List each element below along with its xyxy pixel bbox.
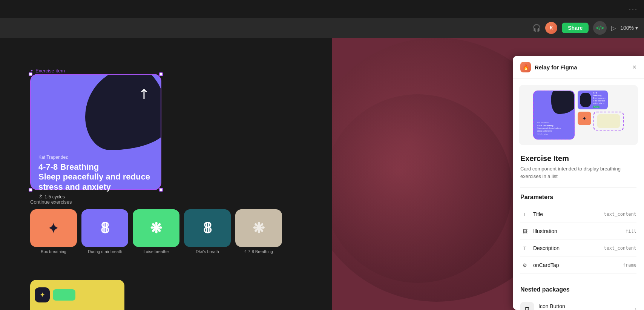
list-item[interactable]: 𝟠 Dkri's breath: [184, 209, 231, 254]
preview-small-card: 4-7-8 Breathing Short summary of the exe…: [578, 91, 608, 109]
star-badge: ✦: [35, 287, 50, 302]
headphone-icon[interactable]: 🎧: [532, 24, 541, 32]
green-badge: [53, 289, 75, 301]
more-options-icon[interactable]: ···: [629, 5, 638, 13]
mini-card-label-5: 4-7-8 Breathing: [244, 249, 273, 254]
mini-card-label-2: During d.air breatli: [88, 249, 122, 254]
preview-small-text: 4-7-8 Breathing Short summary of the exe…: [593, 92, 606, 109]
exercise-card[interactable]: ↗ Kat Trapendez 4-7-8 Breathing Sleep pe…: [30, 74, 161, 190]
text-type-icon-1: T: [520, 210, 529, 219]
text-type-icon-2: T: [520, 244, 529, 253]
parameters-section: Parameters T Title text_content 🖼 Illust…: [513, 188, 644, 280]
relay-logo: 🔥: [520, 62, 531, 72]
card-illustration: ↗: [31, 75, 161, 150]
preview-dashed-inner: [597, 114, 620, 128]
param-row-title: T Title text_content: [520, 206, 636, 223]
continue-section: Continue exercises ✦ Box breathing 𝟠 Dur…: [30, 199, 282, 254]
preview-card-text: Kat Trapendez 4-7-8 Breathing Sleep peac…: [537, 121, 561, 136]
handle-top-right: [159, 72, 163, 76]
mini-card-label-3: Loise breathe: [144, 249, 169, 254]
preview-blob: [551, 91, 575, 114]
component-info: Exercise Item Card component intended to…: [513, 151, 644, 187]
param-name-illustration: Illustration: [533, 228, 626, 234]
continue-label: Continue exercises: [30, 199, 282, 205]
list-item[interactable]: ❋ Loise breathe: [133, 209, 179, 254]
mini-card-image-1: ✦: [30, 209, 77, 247]
component-preview: Kat Trapendez 4-7-8 Breathing Sleep peac…: [519, 85, 638, 145]
avatar[interactable]: K: [545, 22, 557, 34]
nested-packages-section: Nested packages ⊡ Icon Button 3 paramete…: [513, 280, 644, 310]
relay-panel: 🔥 Relay for Figma × Kat Trapendez 4-7-8 …: [513, 56, 644, 310]
mini-card-image-2: 𝟠: [81, 209, 128, 247]
mini-card-label-4: Dkri's breath: [196, 249, 219, 254]
top-bar: ···: [0, 0, 644, 18]
preview-dashed-card: [593, 112, 624, 130]
param-value-title: text_content: [604, 212, 636, 217]
component-description: Card component intended to display breat…: [520, 165, 636, 180]
param-value-description: text_content: [604, 246, 636, 251]
close-panel-button[interactable]: ×: [632, 63, 636, 71]
action-type-icon: ⚙: [520, 261, 529, 270]
preview-main-card: Kat Trapendez 4-7-8 Breathing Sleep peac…: [533, 91, 575, 140]
nested-item-icon-button[interactable]: ⊡ Icon Button 3 parameters ›: [520, 298, 636, 310]
param-row-description: T Description text_content: [520, 240, 636, 257]
zoom-control[interactable]: 100% ▾: [620, 25, 638, 31]
nested-item-name: Icon Button: [538, 303, 635, 309]
exercise-list: ✦ Box breathing 𝟠 During d.air breatli ❋…: [30, 209, 282, 254]
preview-star-card: ✦: [578, 112, 591, 125]
chevron-right-icon: ›: [635, 305, 636, 310]
preview-right-column: 4-7-8 Breathing Short summary of the exe…: [578, 91, 624, 130]
nested-packages-title: Nested packages: [520, 286, 636, 293]
play-button[interactable]: ▷: [611, 25, 616, 32]
preview-inner: Kat Trapendez 4-7-8 Breathing Sleep peac…: [529, 86, 628, 144]
relay-title-row: 🔥 Relay for Figma: [520, 62, 577, 72]
param-value-ontap: frame: [623, 262, 636, 268]
canvas-area: Exercise item ↗ Kat Trapendez 4-7-8 Brea…: [0, 38, 332, 310]
handle-top-left: [29, 72, 32, 76]
bottom-partial-card[interactable]: ✦: [30, 280, 124, 310]
param-name-ontap: onCardTap: [533, 262, 623, 268]
component-name: Exercise Item: [520, 154, 636, 163]
preview-bottom-row: ✦: [578, 112, 624, 130]
mini-card-image-3: ❋: [133, 209, 179, 247]
param-name-title: Title: [533, 211, 604, 217]
parameters-title: Parameters: [520, 194, 636, 201]
param-row-illustration: 🖼 Illustration fill: [520, 223, 636, 240]
image-type-icon: 🖼: [520, 227, 529, 236]
relay-panel-title: Relay for Figma: [535, 64, 577, 71]
param-row-ontap: ⚙ onCardTap frame: [520, 257, 636, 274]
preview-mini-blob: [580, 93, 591, 107]
toolbar: 🎧 K Share </> ▷ 100% ▾: [0, 18, 644, 38]
handle-bottom-right: [159, 188, 163, 192]
share-button[interactable]: Share: [562, 23, 589, 33]
blob-decoration: [85, 75, 161, 150]
param-value-illustration: fill: [626, 229, 636, 234]
list-item[interactable]: 𝟠 During d.air breatli: [81, 209, 128, 254]
list-item[interactable]: ❋ 4-7-8 Breathing: [235, 209, 282, 254]
card-content: Kat Trapendez 4-7-8 Breathing Sleep peac…: [31, 150, 161, 206]
nested-icon-box: ⊡: [520, 302, 534, 310]
mini-card-image-4: 𝟠: [184, 209, 231, 247]
relay-panel-header: 🔥 Relay for Figma ×: [513, 56, 644, 79]
handle-bottom-left: [29, 188, 32, 192]
exercise-label: Exercise item: [30, 68, 65, 74]
param-name-description: Description: [533, 245, 604, 251]
card-author: Kat Trapendez: [38, 155, 153, 160]
card-title: 4-7-8 Breathing Sleep peacefully and red…: [38, 162, 153, 192]
mini-card-label-1: Box breathing: [41, 249, 66, 254]
code-editor-button[interactable]: </>: [593, 21, 607, 35]
nested-info: Icon Button 3 parameters: [538, 303, 635, 310]
list-item[interactable]: ✦ Box breathing: [30, 209, 77, 254]
bg-sphere-2: [324, 94, 512, 283]
mini-card-image-5: ❋: [235, 209, 282, 247]
